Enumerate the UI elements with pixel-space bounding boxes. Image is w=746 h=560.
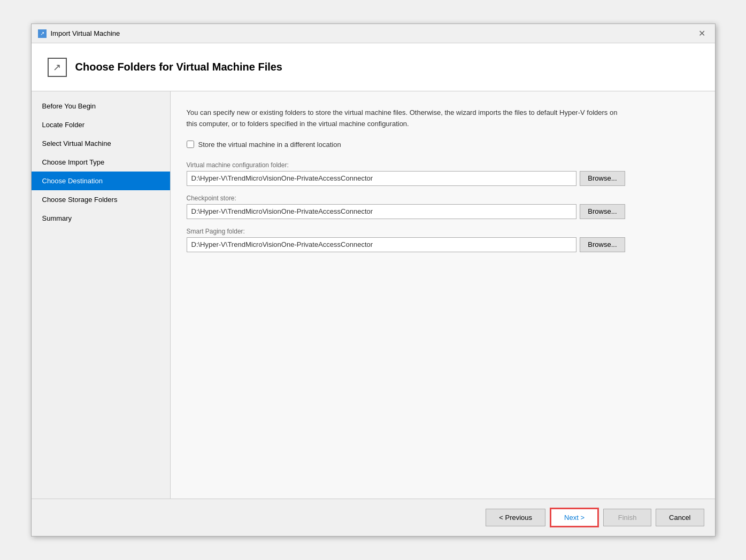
page-title: Choose Folders for Virtual Machine Files (75, 61, 283, 73)
close-button[interactable]: ✕ (695, 27, 709, 40)
smart-paging-label: Smart Paging folder: (187, 228, 625, 235)
cancel-button[interactable]: Cancel (656, 509, 704, 526)
window-title: Import Virtual Machine (51, 29, 120, 37)
store-different-location-checkbox[interactable] (187, 141, 194, 148)
vm-config-input[interactable] (187, 171, 577, 186)
content-area: Before You Begin Locate Folder Select Vi… (32, 91, 715, 499)
checkpoint-input[interactable] (187, 204, 577, 219)
sidebar-item-choose-destination[interactable]: Choose Destination (32, 172, 170, 190)
smart-paging-input[interactable] (187, 237, 577, 252)
checkpoint-label: Checkpoint store: (187, 195, 625, 202)
smart-paging-browse-button[interactable]: Browse... (580, 237, 625, 252)
header-icon: ↗ (48, 58, 67, 77)
description-text: You can specify new or existing folders … (187, 107, 625, 130)
window-icon: ↗ (38, 29, 47, 38)
import-virtual-machine-window: ↗ Import Virtual Machine ✕ ↗ Choose Fold… (31, 24, 716, 536)
header-section: ↗ Choose Folders for Virtual Machine Fil… (32, 43, 715, 91)
main-content: You can specify new or existing folders … (171, 91, 715, 499)
sidebar: Before You Begin Locate Folder Select Vi… (32, 91, 171, 499)
checkpoint-row: Browse... (187, 204, 625, 219)
vm-config-label: Virtual machine configuration folder: (187, 161, 625, 169)
title-bar: ↗ Import Virtual Machine ✕ (32, 24, 715, 43)
vm-config-browse-button[interactable]: Browse... (580, 171, 625, 186)
vm-config-row: Browse... (187, 171, 625, 186)
sidebar-item-summary[interactable]: Summary (32, 209, 170, 228)
next-button[interactable]: Next > (550, 508, 599, 527)
smart-paging-row: Browse... (187, 237, 625, 252)
store-different-location-label[interactable]: Store the virtual machine in a different… (198, 141, 341, 149)
header-icon-symbol: ↗ (53, 61, 61, 73)
checkpoint-store-group: Checkpoint store: Browse... (187, 195, 625, 219)
sidebar-item-choose-import-type[interactable]: Choose Import Type (32, 153, 170, 172)
sidebar-item-locate-folder[interactable]: Locate Folder (32, 115, 170, 134)
store-different-location-row: Store the virtual machine in a different… (187, 141, 699, 149)
smart-paging-folder-group: Smart Paging folder: Browse... (187, 228, 625, 252)
previous-button[interactable]: < Previous (486, 509, 545, 526)
sidebar-item-choose-storage-folders[interactable]: Choose Storage Folders (32, 190, 170, 209)
vm-config-folder-group: Virtual machine configuration folder: Br… (187, 161, 625, 186)
title-bar-left: ↗ Import Virtual Machine (38, 29, 120, 38)
sidebar-item-before-you-begin[interactable]: Before You Begin (32, 97, 170, 115)
checkpoint-browse-button[interactable]: Browse... (580, 204, 625, 219)
finish-button[interactable]: Finish (603, 509, 651, 526)
sidebar-item-select-virtual-machine[interactable]: Select Virtual Machine (32, 134, 170, 153)
footer: < Previous Next > Finish Cancel (32, 499, 715, 536)
